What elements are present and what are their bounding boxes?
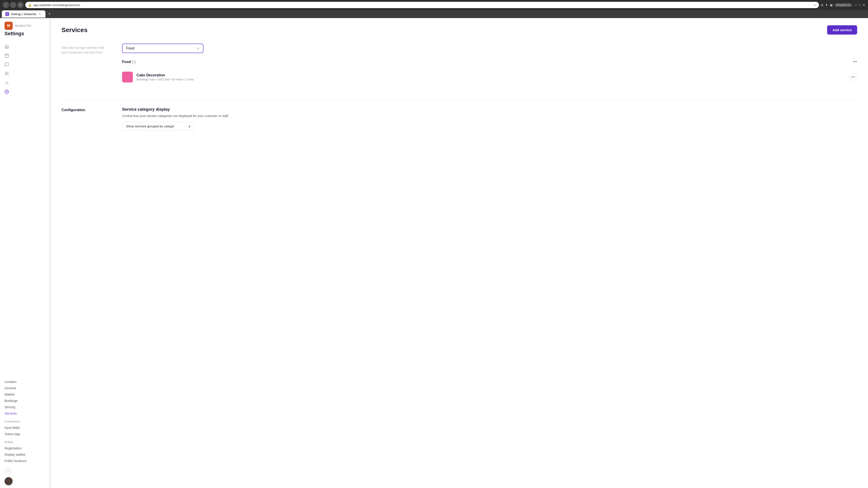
category-dropdown-value: Food: [126, 46, 134, 51]
configuration-label: Configuration: [61, 107, 111, 131]
sidebar-item-input-fields[interactable]: Input fields: [0, 424, 50, 431]
category-options-button[interactable]: •••: [853, 59, 857, 64]
sidebar-user: M Moodjoy7434: [4, 22, 45, 30]
config-dropdown-chevron: ∨: [188, 125, 191, 128]
sidebar-icon-chart[interactable]: [0, 78, 50, 87]
config-display-desc: Control how your service categories are …: [122, 113, 857, 119]
section-divider: [61, 100, 857, 100]
service-item-info: Cake Decoration Bookings only • USD 500 …: [136, 73, 845, 81]
customers-header: Customers: [0, 418, 50, 424]
new-tab-button[interactable]: +: [46, 11, 53, 17]
split-icon[interactable]: ▣: [830, 3, 833, 7]
active-tab[interactable]: M Settings | Waitwhile ✕: [2, 10, 45, 18]
services-description: Add and manage services that your custom…: [61, 43, 111, 89]
svg-point-4: [5, 72, 7, 74]
restore-icon[interactable]: □: [859, 3, 861, 7]
tab-title: Settings | Waitwhile: [11, 12, 36, 16]
browser-chrome: ← → ↻ 🔒 app.waitwhile.com/settings/servi…: [0, 0, 868, 10]
config-display-title: Service category display: [122, 107, 857, 112]
sidebar-icon-home[interactable]: [0, 42, 50, 51]
forward-button[interactable]: →: [10, 2, 16, 8]
download-icon[interactable]: ⬇: [825, 3, 828, 7]
lock-icon: 🔒: [28, 3, 32, 7]
service-item-name: Cake Decoration: [136, 73, 845, 77]
bookmark-icon[interactable]: ☆: [813, 3, 816, 7]
sidebar-icon-users[interactable]: [0, 69, 50, 78]
main-content: Services Add service Add and manage serv…: [51, 18, 868, 488]
url-text: app.waitwhile.com/settings/services: [33, 3, 812, 7]
tab-favicon: M: [5, 12, 9, 16]
public-nav-group: Public Registration Display waitlist Pub…: [0, 438, 50, 465]
sidebar-bottom: ?: [0, 465, 50, 488]
service-category-name: Food: [122, 60, 131, 64]
services-right: Food ∨ Food (1) •••: [122, 43, 857, 89]
customers-nav-group: Customers Input fields Status tags: [0, 418, 50, 438]
sidebar-item-serving[interactable]: Serving: [0, 404, 50, 410]
address-bar[interactable]: 🔒 app.waitwhile.com/settings/services ☆: [25, 2, 819, 8]
sidebar-nav: [0, 40, 50, 379]
svg-rect-0: [5, 54, 8, 57]
sidebar-icon-gear[interactable]: [0, 87, 50, 96]
chevron-down-icon: ∨: [197, 46, 199, 50]
tab-close-button[interactable]: ✕: [38, 12, 42, 16]
config-dropdown-value: Show services grouped by categor: [126, 125, 175, 128]
sidebar-item-waitlist[interactable]: Waitlist: [0, 391, 50, 398]
sidebar-item-display-waitlist[interactable]: Display waitlist: [0, 451, 50, 458]
sidebar-item-status-tags[interactable]: Status tags: [0, 431, 50, 437]
sidebar-username: Moodjoy7434: [15, 24, 31, 27]
sidebar-icon-chat[interactable]: [0, 60, 50, 69]
config-right: Service category display Control how you…: [122, 107, 857, 131]
location-nav-group: Location General Waitlist Bookings Servi…: [0, 379, 50, 418]
service-category-header: Food (1) •••: [122, 58, 857, 66]
service-color-indicator: [122, 72, 133, 83]
minimize-icon[interactable]: —: [854, 3, 857, 7]
user-avatar-bottom[interactable]: [4, 477, 13, 485]
sidebar-icon-calendar[interactable]: [0, 51, 50, 60]
sidebar-item-bookings[interactable]: Bookings: [0, 398, 50, 404]
app-container: M Moodjoy7434 Settings: [0, 18, 868, 488]
page-header: Services Add service: [61, 25, 857, 35]
service-item-meta: Bookings only • USD 500 • 60 mins • 2 mi…: [136, 78, 845, 81]
avatar: M: [4, 22, 13, 30]
public-header: Public: [0, 439, 50, 445]
service-category-count: (1): [132, 60, 136, 64]
sidebar-item-general[interactable]: General: [0, 385, 50, 391]
extensions-icon[interactable]: ⊞: [821, 3, 824, 7]
services-section: Add and manage services that your custom…: [61, 43, 857, 89]
service-category-food: Food (1) ••• Cake Decoration Bookings on…: [122, 58, 857, 85]
nav-controls: ← → ↻: [3, 2, 24, 8]
close-icon[interactable]: ✕: [863, 3, 865, 7]
service-item: Cake Decoration Bookings only • USD 500 …: [122, 69, 857, 85]
sidebar-title: Settings: [4, 31, 45, 37]
config-display-dropdown[interactable]: Show services grouped by categor ∨: [122, 122, 194, 131]
sidebar-item-public-locations[interactable]: Public locations: [0, 458, 50, 464]
browser-actions: ⊞ ⬇ ▣ Incognito (2) — □ ✕: [821, 3, 865, 7]
page-title: Services: [61, 26, 88, 34]
category-dropdown[interactable]: Food ∨: [122, 43, 204, 53]
browser-tab-bar: M Settings | Waitwhile ✕ +: [0, 10, 868, 18]
add-service-button[interactable]: Add service: [827, 25, 857, 35]
sidebar-item-registration[interactable]: Registration: [0, 445, 50, 451]
refresh-button[interactable]: ↻: [17, 2, 24, 8]
sidebar: M Moodjoy7434 Settings: [0, 18, 50, 488]
help-button[interactable]: ?: [4, 468, 11, 475]
sidebar-item-services[interactable]: Services: [0, 410, 50, 417]
configuration-section: Configuration Service category display C…: [61, 107, 857, 131]
service-category-title-container: Food (1): [122, 60, 136, 64]
back-button[interactable]: ←: [3, 2, 9, 8]
sidebar-item-location[interactable]: Location: [0, 379, 50, 385]
service-options-button[interactable]: •••: [849, 73, 857, 81]
sidebar-header: M Moodjoy7434 Settings: [0, 18, 50, 40]
svg-point-8: [6, 91, 7, 92]
incognito-badge: Incognito (2): [835, 3, 852, 7]
